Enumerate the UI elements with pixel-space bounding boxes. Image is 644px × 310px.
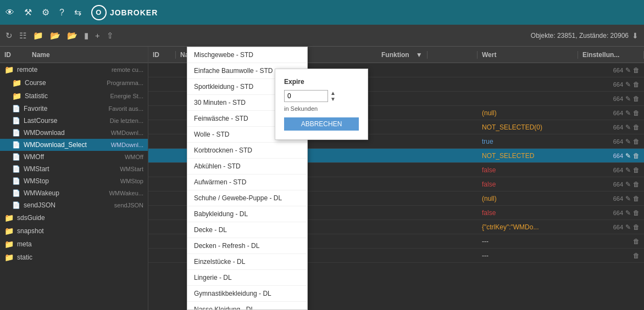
expire-input[interactable]: [284, 90, 328, 102]
dropdown-item-lingerie[interactable]: Lingerie - DL: [187, 270, 307, 286]
edit-icon[interactable]: ✎: [625, 123, 631, 131]
edit-icon[interactable]: ✎: [625, 181, 631, 188]
edit-icon[interactable]: ✎: [625, 109, 631, 117]
tree-item-wmdownload[interactable]: 📄 WMDownload WMDownl...: [0, 127, 148, 139]
grid-icon[interactable]: ☷: [19, 31, 26, 41]
edit-icon[interactable]: ✎: [625, 166, 631, 174]
dropdown-item-decke[interactable]: Decke - DL: [187, 222, 307, 238]
tree-item-desc: Die letzten...: [110, 117, 143, 124]
delete-icon[interactable]: 🗑: [633, 81, 640, 88]
tree-item-static[interactable]: 📁 static: [0, 251, 148, 264]
folder-icon: 📁: [4, 65, 14, 74]
tree-item-wmwakeup[interactable]: 📄 WMWakeup WMWakeu...: [0, 187, 148, 199]
num-value: 664: [613, 95, 623, 102]
cell-id: [148, 226, 176, 229]
delete-icon[interactable]: 🗑: [633, 223, 640, 231]
edit-icon[interactable]: ✎: [625, 152, 631, 160]
delete-icon[interactable]: 🗑: [633, 252, 640, 260]
cell-id: [148, 240, 176, 243]
main-area: ID Name 📁 remote remote cu... 📁 Course P…: [0, 47, 644, 310]
tree-item-wmoff[interactable]: 📄 WMOff WMOff: [0, 151, 148, 163]
cell-value: ---: [478, 250, 578, 261]
dropdown-item-abkuehlen[interactable]: Abkühlen - STD: [187, 159, 307, 174]
cell-actions: 664 ✎ 🗑: [578, 193, 644, 204]
tree-item-meta[interactable]: 📁 meta: [0, 238, 148, 251]
tree-item-wmdownload-select[interactable]: 📄 WMDownload_Select WMDownl...: [0, 139, 148, 151]
folder-open-icon[interactable]: 📂: [50, 31, 60, 41]
cancel-button[interactable]: ABBRECHEN: [284, 117, 359, 131]
tree-item-wmstart[interactable]: 📄 WMStart WMStart: [0, 163, 148, 175]
cell-func: [377, 97, 478, 100]
delete-icon[interactable]: 🗑: [633, 152, 640, 160]
tree-item-desc: WMStop: [120, 178, 143, 184]
cell-actions: 664 ✎ 🗑: [578, 165, 644, 176]
delete-icon[interactable]: 🗑: [633, 66, 640, 74]
file-icon: 📄: [12, 177, 20, 185]
dropdown-item-decken-refresh[interactable]: Decken - Refresh - DL: [187, 238, 307, 254]
folder-closed-icon[interactable]: 📁: [33, 31, 43, 41]
dropdown-item-aufwaermen[interactable]: Aufwärmen - STD: [187, 174, 307, 190]
tree-item-sdsguide[interactable]: 📁 sdsGuide: [0, 211, 148, 224]
delete-icon[interactable]: 🗑: [633, 209, 640, 217]
edit-icon[interactable]: ✎: [625, 81, 631, 88]
logo-circle: O: [91, 5, 107, 20]
dropdown-item-einzelstuecke[interactable]: Einzelstücke - DL: [187, 254, 307, 270]
edit-icon[interactable]: ✎: [625, 138, 631, 145]
tree-item-label: WMStart: [24, 165, 116, 173]
add-icon[interactable]: +: [95, 31, 100, 40]
delete-icon[interactable]: 🗑: [633, 123, 640, 131]
tree-item-sendjson[interactable]: 📄 sendJSON sendJSON: [0, 199, 148, 211]
tree-item-wmstop[interactable]: 📄 WMStop WMStop: [0, 175, 148, 187]
tree-item-desc: WMDownl...: [111, 129, 143, 136]
num-value: 664: [613, 110, 623, 116]
edit-icon[interactable]: ✎: [625, 223, 631, 231]
tree-item-snapshot[interactable]: 📁 snapshot: [0, 224, 148, 238]
badge-icon[interactable]: ▮: [84, 31, 88, 41]
cell-func: [377, 69, 478, 72]
dropdown-item-baby[interactable]: Babykleidung - DL: [187, 206, 307, 222]
edit-icon[interactable]: ✎: [625, 95, 631, 103]
tree-item-favorite[interactable]: 📄 Favorite Favorit aus...: [0, 103, 148, 115]
dropdown-item-korbtrocknen[interactable]: Korbtrocknen - STD: [187, 143, 307, 159]
delete-icon[interactable]: 🗑: [633, 95, 640, 103]
delete-icon[interactable]: 🗑: [633, 166, 640, 174]
upload-icon[interactable]: ⇧: [107, 31, 114, 41]
num-value: 664: [613, 138, 623, 145]
tree-item-statistic[interactable]: 📁 Statistic Energie St...: [0, 89, 148, 103]
edit-icon[interactable]: ✎: [625, 66, 631, 74]
num-value: 664: [613, 195, 623, 202]
delete-icon[interactable]: 🗑: [633, 181, 640, 188]
cell-func: [377, 183, 478, 186]
wrench-icon[interactable]: ⚒: [24, 7, 32, 18]
edit-icon[interactable]: ✎: [625, 195, 631, 202]
tree-item-remote[interactable]: 📁 remote remote cu...: [0, 63, 148, 76]
exchange-icon[interactable]: ⇆: [74, 7, 81, 18]
cell-value: NOT_SELECTED(0): [478, 122, 578, 133]
dropdown-item-mischgewebe[interactable]: Mischgewebe - STD: [187, 47, 307, 63]
tree-item-lastcourse[interactable]: 📄 LastCourse Die letzten...: [0, 115, 148, 127]
delete-icon[interactable]: 🗑: [633, 238, 640, 245]
eye-icon[interactable]: 👁: [5, 8, 14, 18]
dropdown-item-nasse[interactable]: Nasse Kleidung - DL: [187, 302, 307, 310]
tree-item-course[interactable]: 📁 Course Programma...: [0, 76, 148, 89]
question-icon[interactable]: ?: [59, 8, 64, 18]
gear-icon[interactable]: ⚙: [42, 7, 49, 18]
top-toolbar: 👁 ⚒ ⚙ ? ⇆ O JOBROKER: [0, 0, 644, 25]
tree-id-header: ID: [0, 51, 27, 59]
dropdown-item-schuhe[interactable]: Schuhe / Gewebe-Puppe - DL: [187, 190, 307, 206]
tree-name-header: Name: [27, 51, 148, 59]
cell-value: true: [478, 136, 578, 147]
edit-icon[interactable]: ✎: [625, 209, 631, 217]
col-einstellung-header: Einstellun...: [578, 51, 644, 59]
delete-icon[interactable]: 🗑: [633, 195, 640, 202]
delete-icon[interactable]: 🗑: [633, 138, 640, 145]
dropdown-item-gymnastik[interactable]: Gymnastikbekleidung - DL: [187, 286, 307, 302]
spinner-buttons[interactable]: ▲ ▼: [330, 90, 336, 102]
cell-func: [377, 111, 478, 115]
folder-blue-icon[interactable]: 📂: [67, 31, 77, 41]
download-icon[interactable]: ⬇: [632, 31, 639, 40]
refresh-icon[interactable]: ↻: [5, 31, 13, 41]
folder-icon: 📁: [12, 78, 21, 87]
delete-icon[interactable]: 🗑: [633, 109, 640, 117]
cell-value: {"ctrlKey":"WMDo...: [478, 222, 578, 233]
